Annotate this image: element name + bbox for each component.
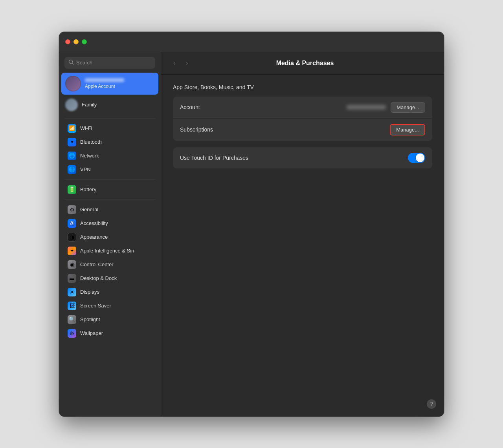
spotlight-icon: 🔍	[68, 315, 76, 324]
maximize-button[interactable]	[82, 39, 87, 44]
battery-icon: 🔋	[68, 185, 76, 194]
sidebar-item-control[interactable]: ◉Control Center	[61, 258, 158, 271]
account-avatar	[65, 76, 81, 91]
bluetooth-icon: ✦	[68, 138, 76, 146]
appearance-icon: ◑	[68, 233, 76, 241]
panel-content: App Store, Books, Music, and TV Account …	[161, 75, 444, 396]
account-label: Apple Account	[85, 84, 124, 89]
toggle-knob	[416, 154, 424, 162]
traffic-lights	[59, 39, 93, 44]
displays-label: Displays	[80, 289, 99, 295]
accessibility-label: Accessibility	[80, 220, 108, 226]
sidebar-items: 📶Wi-Fi✦Bluetooth🌐Network🌐VPN🔋Battery⚙Gen…	[59, 122, 161, 340]
bluetooth-label: Bluetooth	[80, 139, 102, 145]
screensaver-icon: 🖼	[68, 302, 76, 310]
search-placeholder: Search	[76, 60, 151, 66]
sidebar-divider-after-vpn	[64, 179, 155, 180]
sidebar: Search Apple Account Family 📶Wi-	[59, 52, 161, 417]
sidebar-item-bluetooth[interactable]: ✦Bluetooth	[61, 135, 158, 149]
account-subscriptions-card: Account Manage... Subscriptions Manage..…	[173, 97, 432, 141]
touch-id-row: Use Touch ID for Purchases	[173, 147, 432, 168]
accessibility-icon: ♿	[68, 219, 76, 228]
general-label: General	[80, 207, 98, 212]
sidebar-item-screensaver[interactable]: 🖼Screen Saver	[61, 299, 158, 313]
general-icon: ⚙	[68, 205, 76, 214]
sidebar-item-network[interactable]: 🌐Network	[61, 149, 158, 163]
panel-title: Media & Purchases	[197, 60, 413, 67]
account-value-blurred	[347, 105, 386, 110]
siri-icon: ✦	[68, 247, 76, 255]
wifi-label: Wi-Fi	[80, 125, 92, 131]
sidebar-item-displays[interactable]: ☀Displays	[61, 285, 158, 299]
family-avatar	[65, 99, 78, 111]
help-button[interactable]: ?	[427, 399, 436, 409]
vpn-icon: 🌐	[68, 165, 76, 174]
sidebar-item-desktop[interactable]: ▬Desktop & Dock	[61, 272, 158, 285]
spotlight-label: Spotlight	[80, 316, 100, 322]
forward-button[interactable]: ›	[182, 58, 193, 69]
sidebar-item-accessibility[interactable]: ♿Accessibility	[61, 217, 158, 230]
battery-label: Battery	[80, 187, 96, 192]
sidebar-item-vpn[interactable]: 🌐VPN	[61, 163, 158, 176]
sidebar-item-family[interactable]: Family	[61, 96, 158, 113]
network-icon: 🌐	[68, 152, 76, 160]
search-icon	[68, 59, 74, 66]
main-panel: ‹ › Media & Purchases App Store, Books, …	[161, 52, 444, 417]
panel-footer: ?	[161, 396, 444, 417]
sidebar-item-wallpaper[interactable]: ❊Wallpaper	[61, 327, 158, 340]
appearance-label: Appearance	[80, 234, 108, 240]
sidebar-divider-1	[64, 118, 155, 119]
title-bar	[59, 32, 444, 52]
nav-buttons: ‹ ›	[169, 58, 193, 69]
network-label: Network	[80, 153, 99, 159]
wallpaper-icon: ❊	[68, 329, 76, 338]
wallpaper-label: Wallpaper	[80, 330, 103, 336]
desktop-label: Desktop & Dock	[80, 275, 117, 281]
family-label: Family	[82, 102, 97, 108]
account-row-label: Account	[180, 104, 347, 110]
account-name-blurred	[85, 78, 124, 82]
subscriptions-manage-button[interactable]: Manage...	[390, 124, 425, 135]
control-icon: ◉	[68, 260, 76, 269]
account-manage-button[interactable]: Manage...	[391, 102, 425, 113]
screensaver-label: Screen Saver	[80, 303, 111, 309]
sidebar-item-battery[interactable]: 🔋Battery	[61, 183, 158, 196]
minimize-button[interactable]	[73, 39, 79, 44]
sidebar-item-spotlight[interactable]: 🔍Spotlight	[61, 313, 158, 326]
panel-subtitle: App Store, Books, Music, and TV	[173, 84, 432, 90]
displays-icon: ☀	[68, 288, 76, 296]
siri-label: Apple Intelligence & Siri	[80, 248, 134, 254]
wifi-icon: 📶	[68, 124, 76, 133]
window-content: Search Apple Account Family 📶Wi-	[59, 52, 444, 417]
search-box[interactable]: Search	[64, 57, 155, 69]
sidebar-item-appearance[interactable]: ◑Appearance	[61, 230, 158, 244]
touch-id-label: Use Touch ID for Purchases	[180, 155, 248, 161]
settings-window: Search Apple Account Family 📶Wi-	[59, 32, 444, 417]
svg-line-1	[72, 63, 74, 64]
sidebar-divider-after-battery	[64, 199, 155, 200]
sidebar-item-siri[interactable]: ✦Apple Intelligence & Siri	[61, 244, 158, 258]
close-button[interactable]	[65, 39, 70, 44]
sidebar-item-wifi[interactable]: 📶Wi-Fi	[61, 122, 158, 135]
search-container: Search	[59, 52, 161, 73]
subscriptions-row: Subscriptions Manage...	[173, 119, 432, 141]
vpn-label: VPN	[80, 166, 91, 172]
account-row: Account Manage...	[173, 97, 432, 119]
back-button[interactable]: ‹	[169, 58, 180, 69]
panel-header: ‹ › Media & Purchases	[161, 52, 444, 75]
control-label: Control Center	[80, 261, 114, 267]
touch-id-toggle[interactable]	[408, 153, 425, 163]
sidebar-item-apple-account[interactable]: Apple Account	[61, 73, 158, 95]
sidebar-item-general[interactable]: ⚙General	[61, 203, 158, 216]
account-text: Apple Account	[85, 78, 124, 89]
desktop-icon: ▬	[68, 274, 76, 283]
subscriptions-row-label: Subscriptions	[180, 126, 390, 133]
